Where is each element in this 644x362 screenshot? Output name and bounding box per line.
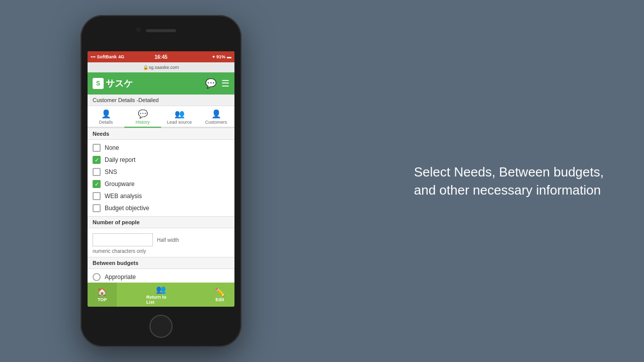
app-logo: S サスケ (93, 77, 133, 89)
people-input-row: Half width (93, 233, 229, 246)
nav-spacer2 (176, 283, 205, 307)
budgets-section-header: Between budgets (88, 257, 234, 269)
people-input-hint: Half width (157, 237, 179, 243)
tab-details[interactable]: 👤 Details (88, 106, 124, 128)
status-bar: ▪▪▪ SoftBank 4G 16:45 ⌖ 91% ▬ (88, 51, 234, 62)
url-text: sg.saaske.com (148, 65, 179, 70)
radio-appropriate-btn[interactable] (93, 273, 101, 281)
people-section: Half width numeric characters only (88, 228, 234, 257)
tabs-bar: 👤 Details 💬 History 👥 Lead source 👤 Cust… (88, 106, 234, 128)
edit-icon: ✏️ (215, 287, 225, 297)
checkbox-budget-objective[interactable]: Budget objective (93, 202, 229, 214)
home-button[interactable] (149, 315, 173, 338)
content-area: Needs None ✓ Daily report SNS ✓ Group (88, 128, 234, 286)
network-type: 4G (118, 54, 124, 59)
signal-bars: ▪▪▪ (91, 54, 96, 59)
nav-edit[interactable]: ✏️ Edit (205, 283, 234, 307)
message-icon[interactable]: 💬 (205, 78, 216, 89)
checkbox-none[interactable]: None (93, 142, 229, 154)
header-icons: 💬 ☰ (205, 78, 229, 89)
people-sub-hint: numeric characters only (93, 248, 229, 254)
battery-level: 91% (216, 54, 225, 59)
radio-appropriate[interactable]: Appropriate (93, 271, 229, 283)
people-section-header: Number of people (88, 216, 234, 228)
battery-icon: ▬ (227, 54, 231, 59)
list-icon: 👥 (156, 285, 166, 294)
checkbox-sns[interactable]: SNS (93, 166, 229, 178)
page-title: Customer Details -Detailed (88, 95, 234, 106)
checkbox-none-box[interactable] (93, 144, 101, 152)
checkbox-sns-box[interactable] (93, 168, 101, 176)
checkbox-web-analysis[interactable]: WEB analysis (93, 190, 229, 202)
lock-icon: 🔒 (143, 65, 148, 70)
checkbox-budget-objective-box[interactable] (93, 204, 101, 212)
checkbox-daily-report[interactable]: ✓ Daily report (93, 154, 229, 166)
status-right: ⌖ 91% ▬ (185, 54, 231, 60)
checkbox-groupware[interactable]: ✓ Groupware (93, 178, 229, 190)
status-carrier: ▪▪▪ SoftBank 4G (91, 54, 137, 59)
gps-icon: ⌖ (212, 54, 215, 60)
phone-screen: ▪▪▪ SoftBank 4G 16:45 ⌖ 91% ▬ 🔒 sg.saask… (88, 51, 234, 307)
right-panel-text: Select Needs, Between budgets, and other… (414, 163, 604, 200)
nav-return-to-list[interactable]: 👥 Return to List (146, 283, 176, 307)
people-input[interactable] (93, 233, 153, 246)
details-icon: 👤 (101, 109, 111, 119)
url-bar[interactable]: 🔒 sg.saaske.com (88, 62, 234, 72)
checkbox-daily-report-box[interactable]: ✓ (93, 156, 101, 164)
right-panel-line2: and other necessary information (414, 181, 604, 199)
lead-source-icon: 👥 (175, 109, 185, 119)
app-header: S サスケ 💬 ☰ (88, 72, 234, 95)
phone-device: ▪▪▪ SoftBank 4G 16:45 ⌖ 91% ▬ 🔒 sg.saask… (80, 15, 242, 347)
phone-camera (136, 27, 141, 32)
phone-speaker (146, 29, 176, 32)
needs-checkbox-list: None ✓ Daily report SNS ✓ Groupware WEB … (88, 140, 234, 216)
checkbox-groupware-box[interactable]: ✓ (93, 180, 101, 188)
nav-spacer1 (117, 283, 146, 307)
nav-top[interactable]: 🏠 TOP (88, 283, 117, 307)
menu-icon[interactable]: ☰ (221, 78, 229, 89)
right-panel-line1: Select Needs, Between budgets, (414, 163, 604, 181)
status-time: 16:45 (137, 54, 184, 60)
carrier-name: SoftBank (97, 54, 117, 59)
logo-icon: S (93, 78, 104, 89)
tab-history[interactable]: 💬 History (124, 106, 161, 128)
tab-lead-source[interactable]: 👥 Lead source (161, 106, 198, 128)
needs-section-header: Needs (88, 128, 234, 140)
customers-icon: 👤 (211, 109, 221, 119)
logo-text: サスケ (106, 77, 133, 89)
checkbox-web-analysis-box[interactable] (93, 192, 101, 200)
tab-customers[interactable]: 👤 Customers (198, 106, 234, 128)
home-icon: 🏠 (97, 287, 107, 297)
history-icon: 💬 (138, 109, 148, 119)
bottom-nav: 🏠 TOP 👥 Return to List ✏️ Edit (88, 283, 234, 307)
